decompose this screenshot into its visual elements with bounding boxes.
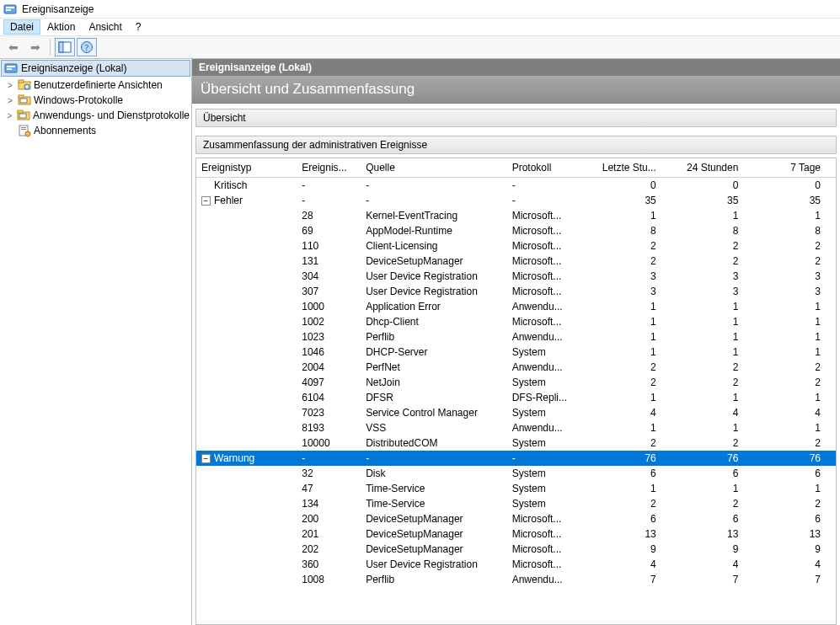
event-source: PerfNet <box>361 360 506 375</box>
table-row[interactable]: 1000Application ErrorAnwendu...111 <box>196 299 836 314</box>
nav-tree[interactable]: Ereignisanzeige (Lokal) >Benutzerdefinie… <box>0 59 192 625</box>
menu-action[interactable]: Aktion <box>40 19 82 35</box>
back-button[interactable]: ⬅ <box>3 38 24 56</box>
table-row[interactable]: 6104DFSRDFS-Repli...111 <box>196 390 836 405</box>
nav-root[interactable]: Ereignisanzeige (Lokal) <box>1 60 190 77</box>
event-id: 1002 <box>297 314 361 329</box>
col-id[interactable]: Ereignis... <box>297 158 361 178</box>
event-source: DeviceSetupManager <box>361 542 506 557</box>
event-source: NetJoin <box>361 375 506 390</box>
nav-item[interactable]: >Windows-Protokolle <box>0 93 191 108</box>
table-row[interactable]: 134Time-ServiceSystem222 <box>196 496 836 511</box>
table-row[interactable]: 202DeviceSetupManagerMicrosoft...999 <box>196 542 836 557</box>
section-overview[interactable]: Übersicht <box>195 109 837 127</box>
table-row[interactable]: 28Kernel-EventTracingMicrosoft...111 <box>196 208 836 223</box>
expand-icon[interactable]: > <box>5 96 15 105</box>
table-row[interactable]: 32DiskSystem666 <box>196 466 836 481</box>
count-24h: 4 <box>671 405 754 420</box>
collapse-icon[interactable]: − <box>201 196 211 206</box>
count-7d: 1 <box>753 299 836 314</box>
events-summary-table[interactable]: Ereignistyp Ereignis... Quelle Protokoll… <box>195 158 837 625</box>
svg-rect-20 <box>21 127 26 128</box>
table-row[interactable]: 110Client-LicensingMicrosoft...222 <box>196 238 836 254</box>
table-row[interactable]: 360User Device RegistrationMicrosoft...4… <box>196 557 836 572</box>
nav-item[interactable]: >Anwendungs- und Dienstprotokolle <box>0 108 191 123</box>
count-24h: 2 <box>671 496 754 511</box>
event-log: Microsoft... <box>507 223 590 238</box>
table-row[interactable]: 1023PerflibAnwendu...111 <box>196 329 836 345</box>
count-7d: 0 <box>753 178 836 194</box>
event-log: System <box>507 345 590 360</box>
table-row[interactable]: 1002Dhcp-ClientMicrosoft...111 <box>196 314 836 329</box>
table-group-row[interactable]: −Warnung---767676 <box>196 451 836 466</box>
nav-root-label: Ereignisanzeige (Lokal) <box>21 62 126 74</box>
event-log: Microsoft... <box>507 238 590 254</box>
event-id: 69 <box>297 223 361 238</box>
table-row[interactable]: 201DeviceSetupManagerMicrosoft...131313 <box>196 526 836 542</box>
event-log: Microsoft... <box>507 511 590 526</box>
col-source[interactable]: Quelle <box>361 158 506 178</box>
table-header-row[interactable]: Ereignistyp Ereignis... Quelle Protokoll… <box>196 158 836 178</box>
count-24h: 6 <box>671 511 754 526</box>
menu-help[interactable]: ? <box>129 19 148 35</box>
count-lasthour: 35 <box>589 193 671 208</box>
expand-icon[interactable]: > <box>5 81 15 90</box>
event-log: Microsoft... <box>507 208 590 223</box>
col-7d[interactable]: 7 Tage <box>753 158 836 178</box>
count-7d: 8 <box>753 223 836 238</box>
folder-icon <box>18 93 31 107</box>
event-id: 10000 <box>297 435 361 451</box>
table-row[interactable]: 131DeviceSetupManagerMicrosoft...222 <box>196 254 836 269</box>
forward-button[interactable]: ➡ <box>25 38 45 56</box>
event-log: System <box>507 496 590 511</box>
count-24h: 1 <box>671 329 754 345</box>
show-hide-tree-button[interactable] <box>55 38 75 56</box>
nav-item[interactable]: >Benutzerdefinierte Ansichten <box>0 77 191 93</box>
table-row[interactable]: 307User Device RegistrationMicrosoft...3… <box>196 284 836 299</box>
menu-file[interactable]: Datei <box>3 19 40 35</box>
table-row[interactable]: 69AppModel-RuntimeMicrosoft...888 <box>196 223 836 238</box>
table-row[interactable]: 2004PerfNetAnwendu...222 <box>196 360 836 375</box>
event-id: 110 <box>297 238 361 254</box>
col-log[interactable]: Protokoll <box>507 158 590 178</box>
table-row[interactable]: 4097NetJoinSystem222 <box>196 375 836 390</box>
count-lasthour: 1 <box>589 420 671 435</box>
event-id: 1008 <box>297 572 361 587</box>
help-button[interactable]: ? <box>77 38 97 56</box>
count-7d: 13 <box>753 526 836 542</box>
table-group-row[interactable]: Kritisch---000 <box>196 178 836 194</box>
event-log: - <box>507 178 590 194</box>
col-24h[interactable]: 24 Stunden <box>671 158 754 178</box>
event-source: - <box>361 193 506 208</box>
help-icon: ? <box>80 40 94 54</box>
count-7d: 2 <box>753 435 836 451</box>
event-source: User Device Registration <box>361 557 506 572</box>
count-24h: 13 <box>671 526 754 542</box>
count-7d: 2 <box>753 375 836 390</box>
event-id: 32 <box>297 466 361 481</box>
section-summary[interactable]: Zusammenfassung der administrativen Erei… <box>195 136 837 154</box>
table-row[interactable]: 47Time-ServiceSystem111 <box>196 481 836 496</box>
menu-view[interactable]: Ansicht <box>82 19 128 35</box>
count-7d: 3 <box>753 284 836 299</box>
table-row[interactable]: 10000DistributedCOMSystem222 <box>196 435 836 451</box>
nav-item-label: Windows-Protokolle <box>34 94 123 106</box>
collapse-icon[interactable]: − <box>201 454 211 463</box>
table-row[interactable]: 1008PerflibAnwendu...777 <box>196 572 836 587</box>
table-row[interactable]: 8193VSSAnwendu...111 <box>196 420 836 435</box>
col-lasthour[interactable]: Letzte Stu... <box>589 158 671 178</box>
table-group-row[interactable]: −Fehler---353535 <box>196 193 836 208</box>
count-24h: 3 <box>671 269 754 284</box>
svg-text:?: ? <box>85 43 89 52</box>
expand-icon[interactable]: > <box>5 111 14 120</box>
col-type[interactable]: Ereignistyp <box>196 158 297 178</box>
count-7d: 1 <box>753 329 836 345</box>
table-row[interactable]: 200DeviceSetupManagerMicrosoft...666 <box>196 511 836 526</box>
table-row[interactable]: 304User Device RegistrationMicrosoft...3… <box>196 269 836 284</box>
event-id: 7023 <box>297 405 361 420</box>
event-log: Anwendu... <box>507 299 590 314</box>
table-row[interactable]: 7023Service Control ManagerSystem444 <box>196 405 836 420</box>
table-row[interactable]: 1046DHCP-ServerSystem111 <box>196 345 836 360</box>
count-24h: 1 <box>671 299 754 314</box>
nav-item[interactable]: >Abonnements <box>0 123 191 138</box>
